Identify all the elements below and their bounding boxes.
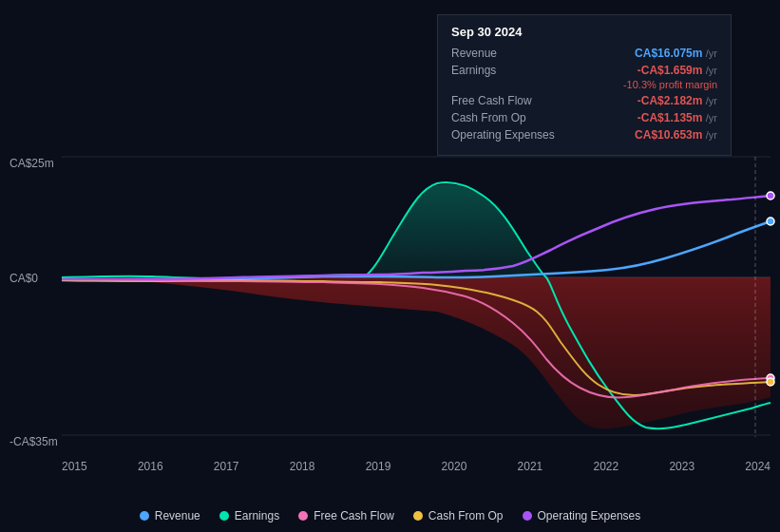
legend-dot-earnings xyxy=(219,511,229,521)
tooltip-value-cashfromop: -CA$1.135m /yr xyxy=(637,111,717,124)
tooltip-row-fcf: Free Cash Flow -CA$2.182m /yr xyxy=(451,94,717,107)
x-label-2023: 2023 xyxy=(669,460,694,473)
tooltip-row-cashfromop: Cash From Op -CA$1.135m /yr xyxy=(451,111,717,124)
x-label-2021: 2021 xyxy=(518,460,543,473)
svg-point-7 xyxy=(767,378,774,386)
tooltip-value-fcf: -CA$2.182m /yr xyxy=(637,94,717,107)
legend-label-revenue: Revenue xyxy=(155,509,200,522)
tooltip-label-earnings: Earnings xyxy=(451,64,556,77)
chart-legend: Revenue Earnings Free Cash Flow Cash Fro… xyxy=(0,509,780,522)
x-label-2018: 2018 xyxy=(290,460,315,473)
legend-label-earnings: Earnings xyxy=(235,509,279,522)
tooltip-value-opex: CA$10.653m /yr xyxy=(635,128,717,142)
svg-point-4 xyxy=(767,218,774,225)
x-label-2022: 2022 xyxy=(593,460,618,473)
tooltip-profit-margin: -10.3% profit margin xyxy=(451,79,717,90)
legend-item-opex[interactable]: Operating Expenses xyxy=(523,509,641,522)
tooltip-label-opex: Operating Expenses xyxy=(451,128,556,142)
legend-label-cashfromop: Cash From Op xyxy=(428,509,504,522)
legend-dot-revenue xyxy=(140,511,149,521)
legend-dot-cashfromop xyxy=(413,511,423,521)
x-label-2017: 2017 xyxy=(214,460,239,473)
legend-item-fcf[interactable]: Free Cash Flow xyxy=(298,509,394,522)
y-label-bottom: -CA$35m xyxy=(10,435,58,448)
tooltip-value-revenue: CA$16.075m /yr xyxy=(635,47,717,60)
x-label-2016: 2016 xyxy=(138,460,163,473)
legend-dot-opex xyxy=(523,511,532,521)
tooltip-row-earnings: Earnings -CA$1.659m /yr xyxy=(451,64,717,77)
tooltip-label-revenue: Revenue xyxy=(451,47,556,60)
svg-point-5 xyxy=(767,192,774,200)
tooltip-row-opex: Operating Expenses CA$10.653m /yr xyxy=(451,128,717,142)
tooltip-date: Sep 30 2024 xyxy=(451,25,717,39)
tooltip-label-fcf: Free Cash Flow xyxy=(451,94,556,107)
y-label-top: CA$25m xyxy=(10,157,54,170)
tooltip-row-revenue: Revenue CA$16.075m /yr xyxy=(451,47,717,60)
x-label-2019: 2019 xyxy=(366,460,391,473)
x-label-2024: 2024 xyxy=(745,460,770,473)
tooltip-box: Sep 30 2024 Revenue CA$16.075m /yr Earni… xyxy=(437,14,732,156)
legend-label-fcf: Free Cash Flow xyxy=(314,509,394,522)
legend-label-opex: Operating Expenses xyxy=(538,509,641,522)
legend-dot-fcf xyxy=(298,511,308,521)
tooltip-label-cashfromop: Cash From Op xyxy=(451,111,556,124)
x-axis-labels: 2015 2016 2017 2018 2019 2020 2021 2022 … xyxy=(62,460,770,473)
legend-item-revenue[interactable]: Revenue xyxy=(140,509,200,522)
legend-item-earnings[interactable]: Earnings xyxy=(219,509,279,522)
tooltip-value-earnings: -CA$1.659m /yr xyxy=(637,64,717,77)
x-label-2020: 2020 xyxy=(442,460,467,473)
x-label-2015: 2015 xyxy=(62,460,87,473)
y-label-zero: CA$0 xyxy=(10,272,38,285)
legend-item-cashfromop[interactable]: Cash From Op xyxy=(413,509,504,522)
